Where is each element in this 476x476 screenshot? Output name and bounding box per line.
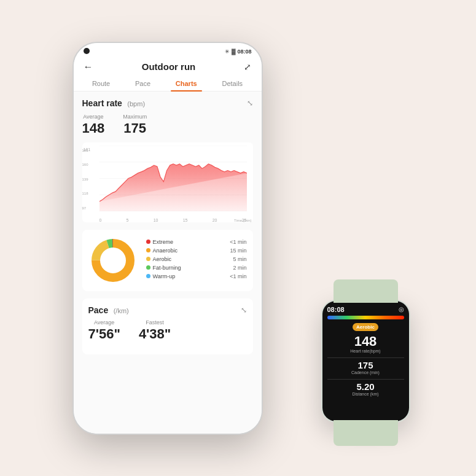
aerobic-label: Aerobic [153, 256, 172, 262]
average-hr-stat: Average 148 [82, 114, 105, 136]
watch-distance-metric: 5.20 Distance (km) [327, 381, 404, 396]
watch-distance-label: Distance (km) [327, 392, 404, 396]
phone: ✳ ▓ 08:08 ← Outdoor run ⤢ Route Pace Cha… [72, 42, 263, 435]
tab-pace[interactable]: Pace [130, 76, 155, 91]
tab-details[interactable]: Details [217, 76, 248, 91]
watch-heart-rate-metric: 148 Heart rate(bpm) [327, 335, 404, 353]
legend-fat-burning: Fat-burning 2 min [146, 265, 247, 271]
watch-screen: 08:08 ◎ Aerobic 148 Heart rate(bpm) 175 … [322, 301, 409, 421]
fastest-pace-stat: Fastest 4'38" [139, 319, 171, 342]
x-label-15: 15 [183, 218, 188, 222]
front-camera [84, 48, 90, 54]
extreme-label: Extreme [153, 239, 174, 245]
watch-cadence-value: 175 [327, 360, 404, 370]
watch-divider-1 [327, 357, 404, 358]
donut-chart [88, 236, 138, 285]
status-icons: ✳ ▓ 08:08 [225, 49, 252, 55]
pace-unit: (/km) [114, 307, 129, 314]
y-label-118: 118 [82, 192, 88, 195]
tab-route[interactable]: Route [87, 76, 115, 91]
watch-hr-bar [327, 316, 404, 319]
heart-rate-stats: Average 148 Maximum 175 [82, 114, 253, 136]
anaerobic-time: 15 min [230, 248, 246, 254]
fat-burning-time: 2 min [233, 265, 246, 271]
page-title: Outdoor run [142, 61, 195, 72]
back-button[interactable]: ← [84, 61, 93, 72]
watch-zone-badge: Aerobic [353, 323, 378, 331]
warmup-label: Warm-up [153, 273, 176, 279]
warmup-time: <1 min [230, 273, 246, 279]
average-value: 148 [82, 120, 105, 136]
legend-aerobic: Aerobic 5 min [146, 256, 247, 262]
expand-icon[interactable]: ⤡ [247, 99, 253, 107]
fat-burning-label: Fat-burning [153, 265, 181, 271]
content-area: Heart rate (bpm) ⤡ Average 148 Maximum 1… [74, 92, 262, 434]
pace-expand-icon[interactable]: ⤡ [241, 306, 247, 314]
chart-x-axis-label: Time (min) [234, 219, 251, 222]
pace-average-label: Average [88, 319, 120, 326]
bluetooth-icon: ✳ [225, 49, 230, 55]
average-pace-stat: Average 7'56" [88, 319, 120, 342]
watch-status-bar: 08:08 ◎ [327, 306, 404, 313]
tab-charts[interactable]: Charts [171, 76, 202, 91]
aerobic-dot [146, 257, 150, 261]
nav-tabs: Route Pace Charts Details [74, 76, 262, 92]
pace-section: Pace (/km) ⤡ Average 7'56" Fastest [82, 298, 253, 354]
chart-svg-area [99, 146, 247, 211]
y-label-139: 139 [82, 178, 88, 181]
status-bar: ✳ ▓ 08:08 [74, 43, 262, 58]
chart-x-labels: 0 5 10 15 20 25 [99, 218, 247, 222]
watch-cadence-metric: 175 Cadence (min) [327, 360, 404, 375]
watch-hr-value: 148 [327, 335, 404, 348]
legend-anaerobic: Anaerobic 15 min [146, 248, 247, 254]
warmup-dot [146, 274, 150, 278]
watch-location-icon: ◎ [399, 306, 404, 313]
maximum-label: Maximum [123, 114, 147, 120]
share-icon[interactable]: ⤢ [244, 62, 251, 72]
watch-divider-2 [327, 379, 404, 380]
pace-fastest-value: 4'38" [139, 326, 171, 342]
watch-cadence-label: Cadence (min) [327, 370, 404, 375]
watch-distance-value: 5.20 [327, 381, 404, 392]
x-label-5: 5 [127, 218, 129, 222]
smartwatch: 08:08 ◎ Aerobic 148 Heart rate(bpm) 175 … [321, 300, 410, 423]
legend-warmup: Warm-up <1 min [146, 273, 247, 279]
pace-average-value: 7'56" [88, 326, 120, 342]
watch-time: 08:08 [327, 306, 345, 313]
heart-zone-legend: Extreme <1 min Anaerobic 15 min [146, 239, 247, 282]
heart-zones-section: Extreme <1 min Anaerobic 15 min [82, 230, 253, 291]
x-label-20: 20 [213, 218, 217, 222]
extreme-time: <1 min [230, 239, 246, 245]
maximum-value: 175 [123, 120, 147, 136]
heart-rate-unit: (bpm) [127, 100, 145, 107]
watch-band-bottom [334, 420, 398, 446]
anaerobic-label: Anaerobic [153, 248, 178, 254]
max-hr-stat: Maximum 175 [123, 114, 147, 136]
pace-fastest-label: Fastest [139, 319, 171, 326]
watch-hr-label: Heart rate(bpm) [327, 349, 404, 353]
y-label-97: 97 [82, 206, 88, 210]
pace-title: Pace [88, 305, 109, 315]
watch-band-top [334, 279, 398, 303]
heart-rate-title: Heart rate [82, 98, 122, 108]
anaerobic-dot [146, 248, 150, 252]
heart-rate-section: Heart rate (bpm) ⤡ Average 148 Maximum 1… [82, 98, 253, 354]
x-label-0: 0 [99, 218, 102, 222]
heart-rate-chart: 181 181 160 139 118 97 [82, 142, 253, 222]
x-label-10: 10 [154, 218, 158, 222]
aerobic-time: 5 min [233, 256, 246, 262]
y-label-160: 160 [82, 163, 88, 166]
time-display: 08:08 [237, 49, 251, 55]
average-label: Average [82, 114, 105, 120]
chart-y-labels: 181 160 139 118 97 [82, 149, 88, 210]
legend-extreme: Extreme <1 min [146, 239, 247, 245]
fat-burning-dot [146, 265, 150, 270]
battery-icon: ▓ [232, 49, 236, 55]
pace-stats: Average 7'56" Fastest 4'38" [88, 319, 247, 342]
app-header: ← Outdoor run ⤢ [74, 58, 262, 76]
extreme-dot [146, 240, 150, 244]
y-label-181: 181 [82, 149, 88, 152]
